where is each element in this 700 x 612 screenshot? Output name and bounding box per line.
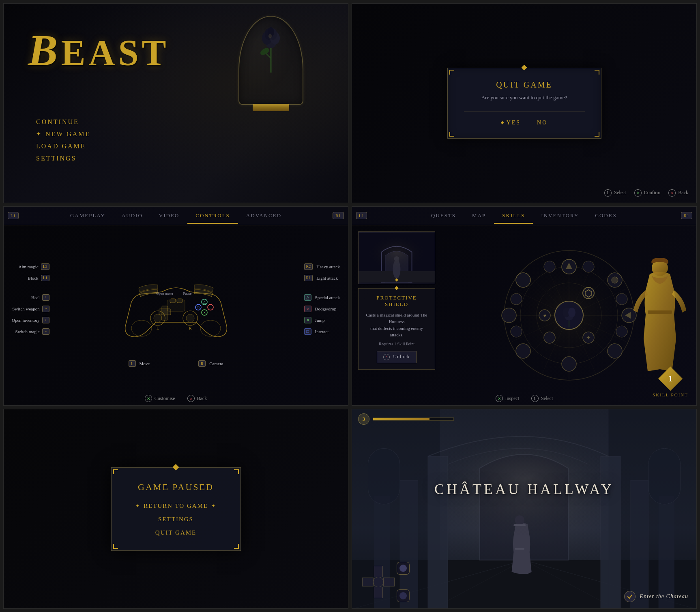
- label-heavy: R2 Heavy attack: [304, 263, 340, 270]
- quit-dialog: QUIT GAME Are you sure you want to quit …: [447, 68, 601, 139]
- corner-tl: [449, 70, 454, 75]
- svg-point-56: [608, 344, 622, 358]
- tab-quests[interactable]: QUESTS: [423, 208, 464, 224]
- menu-item-continue[interactable]: CONTINUE: [36, 118, 90, 126]
- left-labels: Aim magic L2 Block L1 Heal ↑ Switch weap…: [12, 263, 51, 335]
- svg-point-53: [612, 277, 618, 283]
- unlock-button[interactable]: ○ Unlock: [377, 351, 416, 363]
- skill-point-area: 1 SKILL POINT: [653, 366, 688, 397]
- screen-pause: GAME PAUSED ✦ RETURN TO GAME ✦ SETTINGS …: [3, 409, 348, 609]
- dialog-buttons: YES NO: [464, 120, 585, 126]
- svg-rect-80: [648, 310, 672, 314]
- skill-description: Casts a magical shield around The Huntre…: [365, 312, 429, 338]
- pause-item-settings[interactable]: SETTINGS: [158, 516, 193, 523]
- menu-items: CONTINUE ✦ NEW GAME LOAD GAME SETTINGS: [36, 118, 90, 162]
- menu-item-settings[interactable]: SETTINGS: [36, 155, 90, 162]
- tab-audio[interactable]: AUDIO: [114, 208, 151, 224]
- svg-rect-101: [352, 409, 696, 608]
- tab-gameplay[interactable]: GAMEPLAY: [62, 208, 114, 224]
- screen-skills: L1 QUESTS MAP SKILLS INVENTORY CODEX R1: [352, 206, 697, 406]
- hint-back: ○ Back: [668, 189, 688, 197]
- svg-text:♥: ♥: [543, 313, 546, 319]
- skills-tab-bar: L1 QUESTS MAP SKILLS INVENTORY CODEX R1: [352, 207, 696, 225]
- dpad-right: [383, 578, 395, 586]
- tab-codex[interactable]: CODEX: [587, 208, 625, 224]
- pause-item-return[interactable]: ✦ RETURN TO GAME ✦: [135, 503, 216, 509]
- hint-customise: ✕ Customise: [145, 395, 175, 402]
- menu-item-new-game[interactable]: ✦ NEW GAME: [36, 131, 90, 138]
- svg-point-73: [583, 261, 594, 272]
- tab-map[interactable]: MAP: [464, 208, 494, 224]
- dialog-divider: [464, 111, 585, 111]
- skill-info-box: PROTECTIVE SHIELD Casts a magical shield…: [358, 288, 435, 370]
- svg-point-75: [616, 326, 627, 337]
- svg-point-9: [268, 34, 272, 39]
- pause-corner-tl: [113, 469, 118, 474]
- skill-preview-image: [358, 231, 435, 284]
- menu-arrow: ✦: [36, 131, 42, 137]
- enter-check-icon: [624, 591, 636, 602]
- dpad-down: [374, 587, 383, 598]
- dialog-title: QUIT GAME: [464, 80, 585, 90]
- rose-svg: [255, 24, 287, 77]
- pause-diamond-top: [173, 464, 179, 471]
- pause-dialog: GAME PAUSED ✦ RETURN TO GAME ✦ SETTINGS …: [111, 467, 241, 551]
- svg-text:○: ○: [209, 306, 211, 309]
- rb-tag: R1: [333, 212, 344, 219]
- svg-point-10: [131, 320, 152, 336]
- controller-svg: △ ○ □ ✕ L R: [119, 270, 233, 351]
- circle-button-icon: ○: [668, 189, 676, 197]
- label-camera: R Camera: [198, 360, 223, 367]
- svg-point-59: [502, 308, 516, 323]
- skills-rb-tag: R1: [681, 212, 692, 219]
- controls-bottom-hints: ✕ Customise ○ Back: [4, 395, 348, 402]
- skill-quick-1: [397, 562, 410, 575]
- label-jump: ✕ Jump: [304, 317, 340, 323]
- svg-point-77: [511, 293, 522, 305]
- tab-controls[interactable]: CONTROLS: [187, 208, 238, 224]
- screen-main-menu: BEAST CONTINUE ✦ NEW GAME LOAD GAME SETT…: [3, 3, 348, 203]
- label-dodge: ○ Dodge/drop: [304, 306, 340, 312]
- controls-tab-bar: L1 GAMEPLAY AUDIO VIDEO CONTROLS ADVANCE…: [4, 207, 348, 225]
- svg-rect-28: [167, 300, 185, 311]
- svg-text:Open menu: Open menu: [156, 291, 173, 295]
- pause-item-quit[interactable]: QUIT GAME: [155, 529, 196, 536]
- hint-confirm: ✕ Confirm: [634, 189, 661, 197]
- quit-no-button[interactable]: NO: [537, 120, 548, 126]
- dpad-up: [374, 566, 383, 577]
- hint-select-skills: L Select: [531, 395, 553, 402]
- label-light: R1 Light attack: [304, 275, 340, 281]
- svg-point-2: [259, 47, 271, 56]
- lb-tag: L1: [8, 212, 19, 219]
- corner-br: [595, 132, 599, 137]
- location-title: CHÂTEAU HALLWAY: [434, 481, 614, 498]
- skill-quick-2: [397, 589, 410, 602]
- svg-point-72: [544, 332, 555, 343]
- tab-skills[interactable]: SKILLS: [494, 208, 533, 224]
- tab-inventory[interactable]: INVENTORY: [533, 208, 587, 224]
- enter-chateau-text: Enter the Chateau: [640, 593, 688, 600]
- svg-text:✦: ✦: [586, 335, 591, 341]
- level-badge: 3: [358, 413, 369, 425]
- svg-point-64: [568, 308, 575, 317]
- svg-text:R: R: [189, 325, 192, 330]
- pause-title: GAME PAUSED: [132, 482, 220, 492]
- svg-point-11: [200, 320, 221, 336]
- menu-item-load-game[interactable]: LOAD GAME: [36, 143, 90, 150]
- skill-character: [627, 258, 692, 373]
- dpad-left: [362, 578, 374, 586]
- tab-video[interactable]: VIDEO: [151, 208, 187, 224]
- gameplay-hud: 3: [358, 413, 454, 425]
- tab-advanced[interactable]: ADVANCED: [238, 208, 290, 224]
- enter-chateau-prompt[interactable]: Enter the Chateau: [624, 591, 688, 602]
- dialog-diamond-top: [522, 65, 527, 71]
- skills-left-panel: PROTECTIVE SHIELD Casts a magical shield…: [352, 225, 441, 406]
- label-open-inventory: Open inventory ↓: [12, 317, 51, 323]
- label-heal: Heal ↑: [12, 294, 51, 301]
- l-icon-skills: L: [531, 395, 539, 402]
- cross-button-icon: ✕: [634, 189, 642, 197]
- skills-bottom-bar: ✕ Inspect L Select: [352, 395, 696, 402]
- quit-yes-button[interactable]: YES: [501, 120, 521, 126]
- svg-text:L: L: [156, 325, 159, 330]
- pause-items: ✦ RETURN TO GAME ✦ SETTINGS QUIT GAME: [132, 503, 220, 536]
